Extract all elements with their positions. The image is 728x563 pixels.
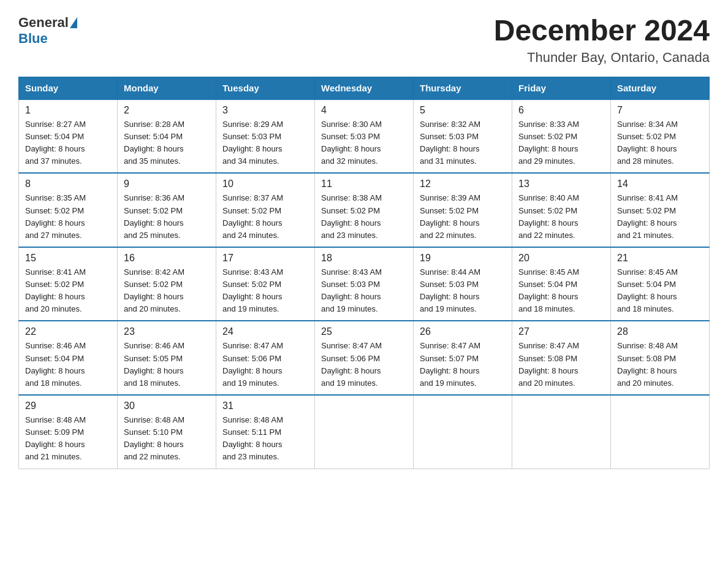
day-info: Sunrise: 8:27 AMSunset: 5:04 PMDaylight:… (25, 118, 111, 168)
day-info: Sunrise: 8:42 AMSunset: 5:02 PMDaylight:… (124, 266, 210, 316)
day-number: 15 (25, 253, 111, 264)
day-number: 23 (124, 326, 210, 337)
day-number: 3 (222, 105, 308, 116)
day-number: 18 (321, 253, 407, 264)
weekday-header-monday: Monday (118, 77, 216, 99)
day-number: 13 (518, 178, 604, 190)
calendar-cell: 9Sunrise: 8:36 AMSunset: 5:02 PMDaylight… (118, 173, 216, 247)
calendar-cell (611, 395, 710, 469)
day-number: 11 (321, 178, 407, 190)
calendar-cell: 18Sunrise: 8:43 AMSunset: 5:03 PMDayligh… (315, 247, 414, 321)
calendar-cell: 24Sunrise: 8:47 AMSunset: 5:06 PMDayligh… (216, 321, 315, 395)
day-info: Sunrise: 8:47 AMSunset: 5:06 PMDaylight:… (222, 340, 308, 389)
day-info: Sunrise: 8:47 AMSunset: 5:07 PMDaylight:… (420, 340, 506, 389)
calendar-cell: 8Sunrise: 8:35 AMSunset: 5:02 PMDaylight… (19, 173, 118, 247)
calendar-cell: 19Sunrise: 8:44 AMSunset: 5:03 PMDayligh… (414, 247, 512, 321)
calendar-cell: 5Sunrise: 8:32 AMSunset: 5:03 PMDaylight… (414, 99, 512, 174)
day-info: Sunrise: 8:29 AMSunset: 5:03 PMDaylight:… (222, 118, 308, 168)
day-info: Sunrise: 8:33 AMSunset: 5:02 PMDaylight:… (518, 118, 604, 168)
calendar-cell: 6Sunrise: 8:33 AMSunset: 5:02 PMDaylight… (512, 99, 611, 174)
day-info: Sunrise: 8:48 AMSunset: 5:10 PMDaylight:… (124, 414, 210, 464)
weekday-header-sunday: Sunday (19, 77, 118, 99)
day-info: Sunrise: 8:34 AMSunset: 5:02 PMDaylight:… (617, 118, 703, 168)
day-info: Sunrise: 8:48 AMSunset: 5:08 PMDaylight:… (617, 340, 703, 389)
calendar-table: SundayMondayTuesdayWednesdayThursdayFrid… (18, 77, 710, 469)
day-info: Sunrise: 8:41 AMSunset: 5:02 PMDaylight:… (25, 266, 111, 316)
weekday-header-row: SundayMondayTuesdayWednesdayThursdayFrid… (19, 77, 710, 99)
day-info: Sunrise: 8:47 AMSunset: 5:08 PMDaylight:… (518, 340, 604, 389)
calendar-week-row-4: 22Sunrise: 8:46 AMSunset: 5:04 PMDayligh… (19, 321, 710, 395)
calendar-cell: 29Sunrise: 8:48 AMSunset: 5:09 PMDayligh… (19, 395, 118, 469)
day-number: 10 (222, 178, 308, 190)
calendar-cell: 10Sunrise: 8:37 AMSunset: 5:02 PMDayligh… (216, 173, 315, 247)
calendar-cell: 22Sunrise: 8:46 AMSunset: 5:04 PMDayligh… (19, 321, 118, 395)
day-info: Sunrise: 8:45 AMSunset: 5:04 PMDaylight:… (617, 266, 703, 316)
day-number: 28 (617, 326, 703, 337)
calendar-cell: 3Sunrise: 8:29 AMSunset: 5:03 PMDaylight… (216, 99, 315, 174)
day-number: 29 (25, 400, 111, 412)
day-info: Sunrise: 8:45 AMSunset: 5:04 PMDaylight:… (518, 266, 604, 316)
weekday-header-friday: Friday (512, 77, 611, 99)
day-number: 16 (124, 253, 210, 264)
calendar-cell: 12Sunrise: 8:39 AMSunset: 5:02 PMDayligh… (414, 173, 512, 247)
calendar-cell (512, 395, 611, 469)
calendar-cell: 14Sunrise: 8:41 AMSunset: 5:02 PMDayligh… (611, 173, 710, 247)
day-number: 30 (124, 400, 210, 412)
calendar-week-row-2: 8Sunrise: 8:35 AMSunset: 5:02 PMDaylight… (19, 173, 710, 247)
day-info: Sunrise: 8:46 AMSunset: 5:05 PMDaylight:… (124, 340, 210, 389)
day-number: 25 (321, 326, 407, 337)
logo-blue-text: Blue (18, 31, 48, 46)
calendar-cell: 27Sunrise: 8:47 AMSunset: 5:08 PMDayligh… (512, 321, 611, 395)
day-info: Sunrise: 8:30 AMSunset: 5:03 PMDaylight:… (321, 118, 407, 168)
day-info: Sunrise: 8:44 AMSunset: 5:03 PMDaylight:… (420, 266, 506, 316)
calendar-cell: 15Sunrise: 8:41 AMSunset: 5:02 PMDayligh… (19, 247, 118, 321)
day-number: 5 (420, 105, 506, 116)
day-info: Sunrise: 8:39 AMSunset: 5:02 PMDaylight:… (420, 192, 506, 242)
day-number: 26 (420, 326, 506, 337)
day-info: Sunrise: 8:40 AMSunset: 5:02 PMDaylight:… (518, 192, 604, 242)
logo: General Blue (18, 15, 78, 47)
calendar-week-row-5: 29Sunrise: 8:48 AMSunset: 5:09 PMDayligh… (19, 395, 710, 469)
calendar-cell: 17Sunrise: 8:43 AMSunset: 5:02 PMDayligh… (216, 247, 315, 321)
calendar-week-row-3: 15Sunrise: 8:41 AMSunset: 5:02 PMDayligh… (19, 247, 710, 321)
day-number: 27 (518, 326, 604, 337)
logo-general-text: General (18, 15, 69, 31)
day-number: 12 (420, 178, 506, 190)
day-info: Sunrise: 8:35 AMSunset: 5:02 PMDaylight:… (25, 192, 111, 242)
calendar-cell: 16Sunrise: 8:42 AMSunset: 5:02 PMDayligh… (118, 247, 216, 321)
calendar-cell: 4Sunrise: 8:30 AMSunset: 5:03 PMDaylight… (315, 99, 414, 174)
day-info: Sunrise: 8:48 AMSunset: 5:11 PMDaylight:… (222, 414, 308, 464)
day-number: 8 (25, 178, 111, 190)
title-area: December 2024 Thunder Bay, Ontario, Cana… (494, 15, 710, 66)
month-title: December 2024 (494, 15, 710, 47)
calendar-cell: 31Sunrise: 8:48 AMSunset: 5:11 PMDayligh… (216, 395, 315, 469)
calendar-week-row-1: 1Sunrise: 8:27 AMSunset: 5:04 PMDaylight… (19, 99, 710, 174)
calendar-cell: 13Sunrise: 8:40 AMSunset: 5:02 PMDayligh… (512, 173, 611, 247)
day-info: Sunrise: 8:47 AMSunset: 5:06 PMDaylight:… (321, 340, 407, 389)
day-number: 1 (25, 105, 111, 116)
calendar-cell: 25Sunrise: 8:47 AMSunset: 5:06 PMDayligh… (315, 321, 414, 395)
calendar-cell: 2Sunrise: 8:28 AMSunset: 5:04 PMDaylight… (118, 99, 216, 174)
weekday-header-wednesday: Wednesday (315, 77, 414, 99)
calendar-cell: 21Sunrise: 8:45 AMSunset: 5:04 PMDayligh… (611, 247, 710, 321)
day-info: Sunrise: 8:38 AMSunset: 5:02 PMDaylight:… (321, 192, 407, 242)
day-info: Sunrise: 8:28 AMSunset: 5:04 PMDaylight:… (124, 118, 210, 168)
calendar-cell: 30Sunrise: 8:48 AMSunset: 5:10 PMDayligh… (118, 395, 216, 469)
calendar-cell: 23Sunrise: 8:46 AMSunset: 5:05 PMDayligh… (118, 321, 216, 395)
day-number: 7 (617, 105, 703, 116)
day-number: 14 (617, 178, 703, 190)
calendar-cell: 7Sunrise: 8:34 AMSunset: 5:02 PMDaylight… (611, 99, 710, 174)
calendar-cell: 11Sunrise: 8:38 AMSunset: 5:02 PMDayligh… (315, 173, 414, 247)
calendar-cell: 26Sunrise: 8:47 AMSunset: 5:07 PMDayligh… (414, 321, 512, 395)
calendar-cell (414, 395, 512, 469)
calendar-cell: 1Sunrise: 8:27 AMSunset: 5:04 PMDaylight… (19, 99, 118, 174)
day-info: Sunrise: 8:43 AMSunset: 5:03 PMDaylight:… (321, 266, 407, 316)
page-header: General Blue December 2024 Thunder Bay, … (18, 15, 710, 66)
day-number: 24 (222, 326, 308, 337)
day-number: 20 (518, 253, 604, 264)
day-number: 9 (124, 178, 210, 190)
day-number: 17 (222, 253, 308, 264)
location: Thunder Bay, Ontario, Canada (494, 50, 710, 66)
day-number: 22 (25, 326, 111, 337)
day-info: Sunrise: 8:37 AMSunset: 5:02 PMDaylight:… (222, 192, 308, 242)
